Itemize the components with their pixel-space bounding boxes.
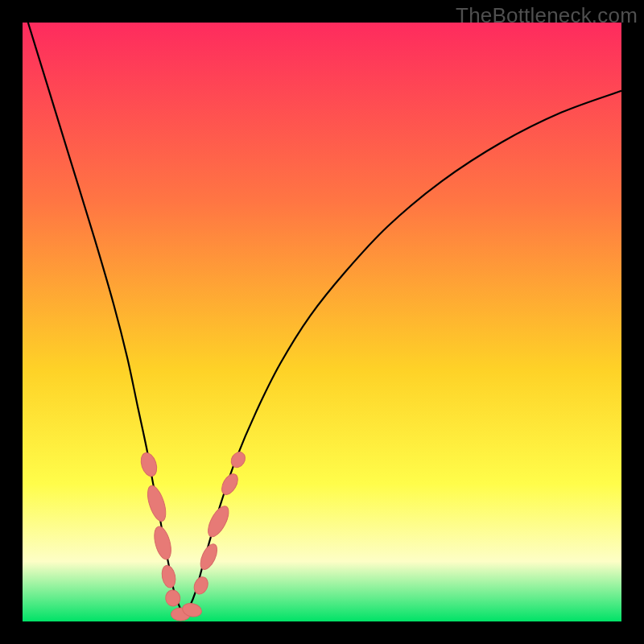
plot-area [23,23,621,621]
gradient-background [23,23,621,621]
chart-frame: TheBottleneck.com [0,0,644,644]
chart-svg [23,23,621,621]
